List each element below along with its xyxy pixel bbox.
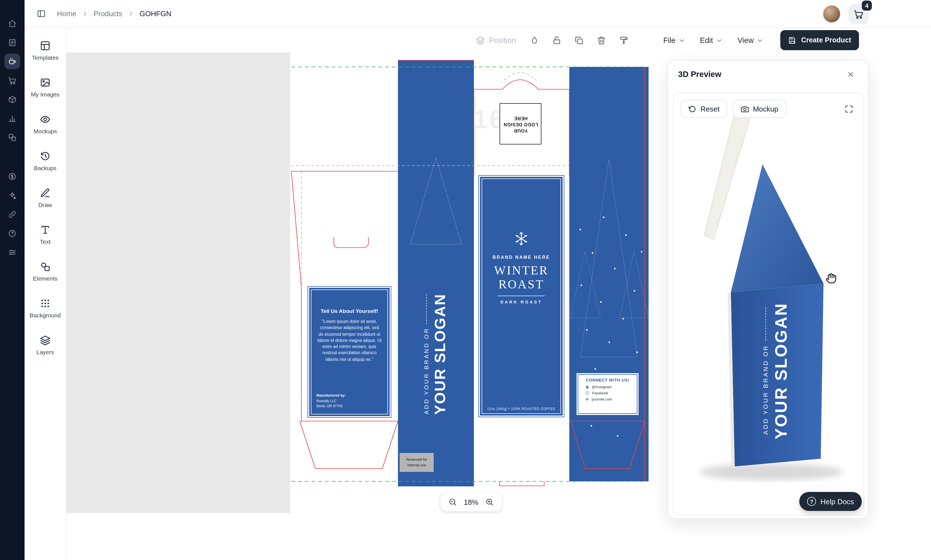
sidebar-item-label: Backups (34, 164, 57, 171)
sidebar-toggle-button[interactable] (34, 6, 49, 22)
breadcrumb-products[interactable]: Products (94, 9, 122, 18)
rail-item-analytics[interactable] (5, 111, 20, 126)
paint-roller-icon (619, 35, 629, 45)
rail-item-cart[interactable] (5, 72, 20, 88)
cart-badge: 4 (862, 0, 872, 11)
dieline-pattern-panel[interactable] (569, 67, 649, 482)
breadcrumb-current: GOHFGN (140, 9, 171, 18)
bar-chart-icon (8, 114, 17, 123)
dieline-connect-panel[interactable]: CONNECT WITH US! ◉@Instagram ⓕFacebook ⊕… (576, 372, 639, 415)
rail-item-integrations[interactable] (5, 206, 20, 222)
rail-top-group (5, 15, 20, 145)
shapes-icon (40, 261, 51, 272)
position-label: Position (489, 36, 516, 45)
menu-view-label: View (738, 36, 754, 45)
sidebar-item-text[interactable]: Text (26, 217, 64, 251)
breadcrumb-home[interactable]: Home (57, 9, 76, 18)
slogan-text: ADD YOUR BRAND OR YOUR SLOGAN (423, 262, 449, 446)
link-icon (8, 209, 17, 219)
swatches-icon (8, 132, 17, 142)
icon-rail (0, 0, 25, 560)
zoom-out-icon (448, 497, 457, 506)
sidebar-item-elements[interactable]: Elements (26, 254, 64, 288)
image-icon (40, 77, 51, 88)
snowflake-icon (513, 230, 530, 247)
fullscreen-button[interactable] (841, 101, 857, 117)
preview-close-button[interactable] (843, 67, 858, 82)
trash-icon (597, 35, 606, 45)
unlock-icon (552, 35, 561, 45)
sidebar-item-my-images[interactable]: My Images (26, 70, 64, 104)
sidebar-item-templates[interactable]: Templates (26, 34, 64, 67)
chevron-right-icon (81, 10, 88, 17)
product-title-2: ROAST (480, 277, 563, 292)
rail-item-swatches[interactable] (5, 129, 20, 145)
rail-item-home[interactable] (5, 15, 20, 31)
droplet-button[interactable] (526, 32, 543, 49)
sidebar-item-label: Draw (38, 201, 52, 208)
chevron-down-icon (678, 37, 685, 44)
expand-icon (845, 104, 853, 114)
menu-file[interactable]: File (659, 32, 690, 48)
sidebar-item-label: Layers (36, 348, 54, 355)
topbar: Home Products GOHFGN 4 (25, 0, 931, 28)
zoom-in-button[interactable] (484, 496, 495, 508)
camera-icon (741, 105, 749, 113)
rail-item-inventory[interactable] (5, 91, 20, 107)
text-icon (40, 224, 51, 235)
mockup-label: Mockup (753, 105, 778, 113)
rail-item-ai[interactable] (5, 188, 20, 203)
menu-edit[interactable]: Edit (695, 32, 728, 48)
dieline-logo-box[interactable]: YOUR LOGO DESIGN HERE (499, 103, 541, 145)
about-body: "Lorem ipsum dolor sit amet, consectetur… (317, 318, 382, 363)
sidebar-item-label: Background (29, 312, 61, 318)
dieline-about-panel[interactable]: Tell Us About Yourself! "Lorem ipsum dol… (309, 288, 390, 416)
cart-icon (853, 9, 864, 19)
position-control[interactable]: Position (476, 35, 516, 45)
connect-heading: CONNECT WITH US! (578, 378, 637, 383)
duplicate-button[interactable] (571, 32, 587, 49)
documents-icon (8, 38, 17, 47)
templates-icon (40, 40, 51, 51)
sidebar-item-draw[interactable]: Draw (26, 181, 64, 214)
chevron-right-icon (127, 10, 134, 17)
sidebar-item-layers[interactable]: Layers (26, 328, 64, 362)
coffee-cup-icon (8, 57, 17, 66)
rotate-ccw-icon (688, 105, 697, 113)
rail-item-pricing[interactable] (5, 168, 20, 184)
tool-sidebar: Templates My Images Mockups Backups Draw… (25, 28, 66, 560)
zoom-out-button[interactable] (447, 496, 458, 508)
rail-item-products[interactable] (5, 54, 20, 69)
sidebar-item-background[interactable]: Background (26, 291, 64, 325)
rail-item-settings[interactable] (5, 244, 20, 260)
delete-button[interactable] (593, 32, 610, 49)
help-circle-icon (8, 228, 17, 238)
unlock-button[interactable] (549, 32, 565, 49)
pencil-icon (40, 187, 51, 198)
help-docs-button[interactable]: ? Help Docs (799, 492, 862, 511)
rail-item-documents[interactable] (5, 35, 20, 50)
preview-title: 3D Preview (678, 70, 721, 78)
dieline-front-panel[interactable]: BRAND NAME HERE WINTER ROAST DARK ROAST … (480, 177, 563, 415)
reset-button[interactable]: Reset (680, 100, 727, 118)
mockup-button[interactable]: Mockup (733, 100, 786, 118)
preview-viewport[interactable]: Reset Mockup (673, 92, 864, 515)
dieline-slogan-panel[interactable]: ADD YOUR BRAND OR YOUR SLOGAN (398, 60, 474, 486)
rail-bottom-group (5, 168, 20, 260)
cart-button[interactable]: 4 (848, 4, 868, 24)
sidebar-item-mockups[interactable]: Mockups (26, 107, 64, 140)
cart-icon (8, 75, 17, 85)
topbar-right: 4 (823, 0, 868, 28)
dollar-icon (8, 172, 17, 181)
help-docs-label: Help Docs (820, 497, 854, 506)
weight-line: 12oz (340g) • 100% ROASTED COFFEE (480, 407, 563, 411)
paint-button[interactable] (615, 32, 632, 49)
rail-item-help[interactable] (5, 225, 20, 241)
grab-cursor-icon (826, 273, 837, 284)
create-product-button[interactable]: Create Product (781, 30, 859, 50)
manufacturer-block: Manufactured by: Roastify LLC Bend, OR 9… (316, 393, 346, 409)
menu-view[interactable]: View (733, 32, 768, 48)
sidebar-item-backups[interactable]: Backups (26, 144, 64, 177)
dieline-artboard[interactable]: 16oz ADD YOUR BRAND OR YOUR SLOGAN (290, 52, 649, 513)
avatar[interactable] (823, 5, 840, 23)
